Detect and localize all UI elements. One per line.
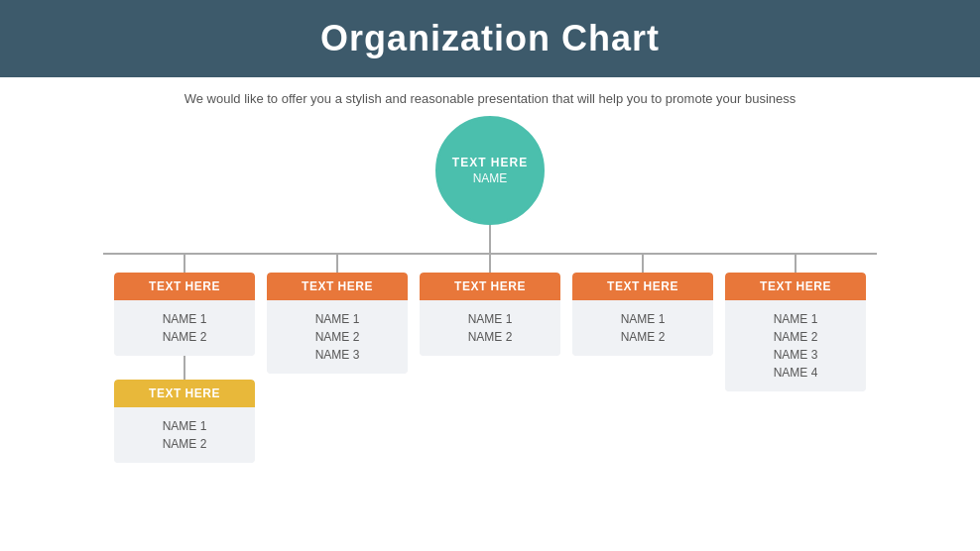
- sub-name-row-col1-1: NAME 2: [124, 437, 245, 451]
- card-col2: TEXT HERENAME 1NAME 2NAME 3: [267, 273, 408, 374]
- name-row-col2-0: NAME 1: [277, 312, 398, 326]
- root-title: TEXT HERE: [452, 156, 528, 169]
- name-row-col5-3: NAME 4: [735, 366, 856, 380]
- name-row-col3-0: NAME 1: [429, 312, 551, 326]
- card-body-col5: NAME 1NAME 2NAME 3NAME 4: [725, 300, 866, 391]
- sub-card-col1: TEXT HERENAME 1NAME 2: [114, 380, 255, 463]
- second-level-row: TEXT HERENAME 1NAME 2TEXT HERENAME 1NAME…: [114, 255, 866, 463]
- card-header-col5: TEXT HERE: [725, 273, 866, 300]
- root-vertical-line: [489, 225, 491, 253]
- name-row-col4-0: NAME 1: [582, 312, 703, 326]
- sub-name-row-col1-0: NAME 1: [124, 419, 245, 433]
- name-row-col5-1: NAME 2: [735, 330, 856, 344]
- name-row-col3-1: NAME 2: [429, 330, 551, 344]
- page-header: Organization Chart: [0, 0, 980, 77]
- org-chart: TEXT HERE NAME TEXT HERENAME 1NAME 2TEXT…: [0, 116, 980, 463]
- name-row-col2-1: NAME 2: [277, 330, 398, 344]
- root-node: TEXT HERE NAME: [435, 116, 545, 225]
- page-title: Organization Chart: [0, 18, 980, 59]
- name-row-col5-2: NAME 3: [735, 348, 856, 362]
- card-header-col1: TEXT HERE: [114, 273, 255, 300]
- column-col2: TEXT HERENAME 1NAME 2NAME 3: [267, 255, 408, 374]
- card-header-col4: TEXT HERE: [572, 273, 713, 300]
- card-body-col2: NAME 1NAME 2NAME 3: [267, 300, 408, 374]
- card-col3: TEXT HERENAME 1NAME 2: [420, 273, 560, 356]
- name-row-col4-1: NAME 2: [582, 330, 703, 344]
- sub-card-body-col1: NAME 1NAME 2: [114, 407, 255, 463]
- v-line-top-col2: [336, 255, 338, 273]
- name-row-col5-0: NAME 1: [735, 312, 856, 326]
- card-col4: TEXT HERENAME 1NAME 2: [572, 273, 713, 356]
- v-line-top-col3: [489, 255, 491, 273]
- card-body-col3: NAME 1NAME 2: [420, 300, 560, 356]
- card-col1: TEXT HERENAME 1NAME 2: [114, 273, 255, 356]
- name-row-col2-2: NAME 3: [277, 348, 398, 362]
- root-name: NAME: [473, 171, 508, 185]
- v-line-sub-col1: [184, 356, 185, 380]
- card-body-col1: NAME 1NAME 2: [114, 300, 255, 356]
- sub-col-col1: TEXT HERENAME 1NAME 2: [114, 356, 255, 463]
- name-row-col1-0: NAME 1: [124, 312, 245, 326]
- column-col1: TEXT HERENAME 1NAME 2TEXT HERENAME 1NAME…: [114, 255, 255, 463]
- card-body-col4: NAME 1NAME 2: [572, 300, 713, 356]
- column-col3: TEXT HERENAME 1NAME 2: [420, 255, 560, 356]
- v-line-top-col5: [795, 255, 796, 273]
- v-line-top-col4: [642, 255, 644, 273]
- v-line-top-col1: [184, 255, 185, 273]
- sub-card-header-col1: TEXT HERE: [114, 380, 255, 407]
- card-header-col3: TEXT HERE: [420, 273, 560, 300]
- card-header-col2: TEXT HERE: [267, 273, 408, 300]
- column-col5: TEXT HERENAME 1NAME 2NAME 3NAME 4: [725, 255, 866, 391]
- card-col5: TEXT HERENAME 1NAME 2NAME 3NAME 4: [725, 273, 866, 391]
- column-col4: TEXT HERENAME 1NAME 2: [572, 255, 713, 356]
- name-row-col1-1: NAME 2: [124, 330, 245, 344]
- subtitle: We would like to offer you a stylish and…: [0, 91, 980, 106]
